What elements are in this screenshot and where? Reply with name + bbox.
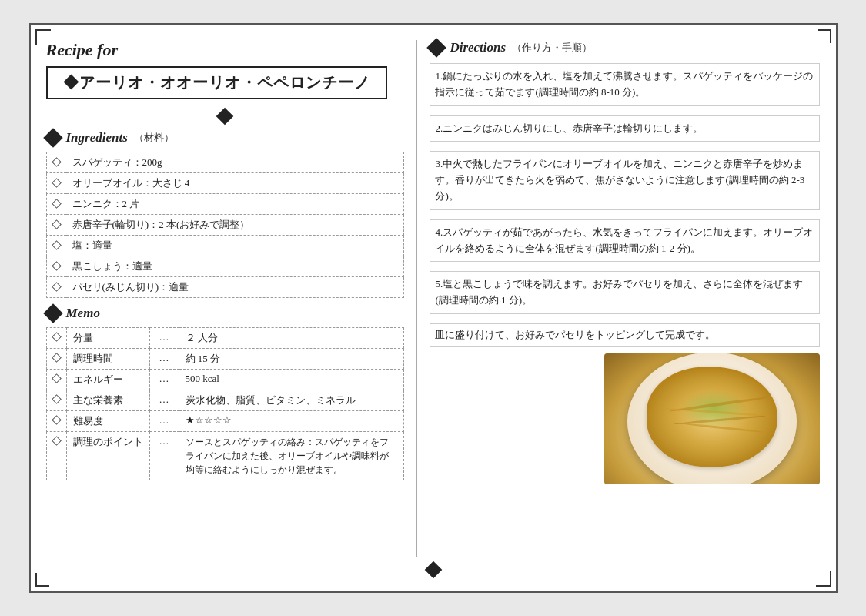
- directions-title: Directions: [450, 40, 506, 55]
- ingredient-text: オリーブオイル：大さじ 4: [66, 173, 404, 194]
- diamond-small-icon: [52, 157, 62, 167]
- food-image: [604, 353, 820, 484]
- diamond-small-icon: [52, 332, 62, 342]
- table-row: スパゲッティ：200g: [46, 152, 404, 173]
- diamond-small-icon: [52, 261, 62, 271]
- diamond-small-icon: [52, 199, 62, 209]
- row-icon: [46, 390, 66, 411]
- bottom-diamond-container: [46, 564, 821, 576]
- pasta-background: [604, 353, 820, 484]
- memo-value: ★☆☆☆☆: [179, 411, 404, 432]
- diamond-small-icon: [52, 394, 62, 404]
- memo-label: エネルギー: [66, 370, 149, 390]
- directions-header: Directions （作り方・手順）: [430, 40, 820, 55]
- diamond-small-icon: [52, 219, 62, 229]
- step-4-block: 4.スパゲッティが茹であがったら、水気をきってフライパンに加えます。オリーブオイ…: [430, 219, 820, 263]
- directions-diamond-icon: [427, 38, 446, 57]
- ingredients-diamond-icon: [43, 128, 62, 147]
- step-1-block: 1.鍋にたっぷりの水を入れ、塩を加えて沸騰させます。スパゲッティをパッケージの指…: [430, 63, 820, 106]
- memo-dots: …: [149, 328, 179, 349]
- step-1-text: 1.鍋にたっぷりの水を入れ、塩を加えて沸騰させます。スパゲッティをパッケージの指…: [435, 70, 813, 98]
- row-icon: [46, 152, 66, 173]
- row-icon: [46, 411, 66, 432]
- diamond-small-icon: [52, 240, 62, 250]
- ingredient-text: スパゲッティ：200g: [66, 152, 404, 173]
- step-3-block: 3.中火で熱したフライパンにオリーブオイルを加え、ニンニクと赤唐辛子を炒めます。…: [430, 151, 820, 209]
- memo-value: ソースとスパゲッティの絡み：スパゲッティをフライパンに加えた後、オリーブオイルや…: [179, 432, 404, 480]
- ingredient-text: 赤唐辛子(輪切り)：2 本(お好みで調整）: [66, 215, 404, 236]
- row-icon: [46, 349, 66, 370]
- memo-value: ２ 人分: [179, 328, 404, 349]
- memo-label: 難易度: [66, 411, 149, 432]
- table-row: 赤唐辛子(輪切り)：2 本(お好みで調整）: [46, 215, 404, 236]
- memo-dots: …: [149, 432, 179, 480]
- right-column: Directions （作り方・手順） 1.鍋にたっぷりの水を入れ、塩を加えて沸…: [417, 40, 820, 557]
- diamond-small-icon: [52, 415, 62, 425]
- center-diamond-decoration: [46, 110, 405, 122]
- memo-dots: …: [149, 349, 179, 370]
- row-icon: [46, 370, 66, 390]
- main-layout: Recipe for ◆アーリオ・オオーリオ・ペペロンチーノ Ingredien…: [46, 40, 821, 557]
- recipe-title-box: ◆アーリオ・オオーリオ・ペペロンチーノ: [46, 66, 387, 99]
- memo-row-tip: 調理のポイント … ソースとスパゲッティの絡み：スパゲッティをフライパンに加えた…: [46, 432, 404, 480]
- row-icon: [46, 432, 66, 480]
- memo-row-difficulty: 難易度 … ★☆☆☆☆: [46, 411, 404, 432]
- directions-subtitle: （作り方・手順）: [512, 41, 592, 55]
- food-image-container: [430, 353, 820, 484]
- step-4-text: 4.スパゲッティが茹であがったら、水気をきってフライパンに加えます。オリーブオイ…: [435, 226, 813, 254]
- table-row: ニンニク：2 片: [46, 194, 404, 215]
- recipe-header: Recipe for ◆アーリオ・オオーリオ・ペペロンチーノ: [46, 40, 405, 99]
- diamond-small-icon: [52, 353, 62, 363]
- row-icon: [46, 236, 66, 256]
- ingredient-text: 塩：適量: [66, 236, 404, 256]
- row-icon: [46, 194, 66, 215]
- memo-dots: …: [149, 390, 179, 411]
- step-2-block: 2.ニンニクはみじん切りにし、赤唐辛子は輪切りにします。: [430, 116, 820, 142]
- ingredients-title: Ingredients: [66, 130, 128, 146]
- ingredient-text: ニンニク：2 片: [66, 194, 404, 215]
- memo-label: 調理のポイント: [66, 432, 149, 480]
- memo-dots: …: [149, 411, 179, 432]
- row-icon: [46, 256, 66, 277]
- row-icon: [46, 277, 66, 298]
- memo-row-nutrition: 主な栄養素 … 炭水化物、脂質、ビタミン、ミネラル: [46, 390, 404, 411]
- ingredient-text: 黒こしょう：適量: [66, 256, 404, 277]
- step-2-text: 2.ニンニクはみじん切りにし、赤唐辛子は輪切りにします。: [435, 122, 703, 134]
- memo-table: 分量 … ２ 人分 調理時間 … 約 15 分 エネルギー … 50: [46, 327, 405, 480]
- memo-value: 炭水化物、脂質、ビタミン、ミネラル: [179, 390, 404, 411]
- ingredient-text: パセリ(みじん切り)：適量: [66, 277, 404, 298]
- diamond-small-icon: [52, 436, 62, 446]
- ingredients-table: スパゲッティ：200g オリーブオイル：大さじ 4 ニンニク：2 片 赤唐辛子(…: [46, 152, 405, 298]
- table-row: オリーブオイル：大さじ 4: [46, 173, 404, 194]
- step-5-block: 5.塩と黒こしょうで味を調えます。お好みでパセリを加え、さらに全体を混ぜます(調…: [430, 271, 820, 314]
- memo-value: 約 15 分: [179, 349, 404, 370]
- row-icon: [46, 328, 66, 349]
- diamond-small-icon: [52, 282, 62, 292]
- row-icon: [46, 215, 66, 236]
- table-row: 塩：適量: [46, 236, 404, 256]
- row-icon: [46, 173, 66, 194]
- memo-row-time: 調理時間 … 約 15 分: [46, 349, 404, 370]
- recipe-for-label: Recipe for: [46, 40, 118, 60]
- diamond-small-icon: [52, 373, 62, 383]
- final-note-text: 皿に盛り付けて、お好みでパセリをトッピングして完成です。: [435, 329, 715, 340]
- final-note-block: 皿に盛り付けて、お好みでパセリをトッピングして完成です。: [430, 323, 820, 347]
- memo-title: Memo: [66, 306, 100, 321]
- bottom-diamond-icon: [424, 561, 442, 579]
- corner-decoration-bl: [35, 573, 49, 587]
- recipe-page: Recipe for ◆アーリオ・オオーリオ・ペペロンチーノ Ingredien…: [29, 23, 838, 593]
- memo-dots: …: [149, 370, 179, 390]
- ingredients-section-header: Ingredients （材料）: [46, 130, 405, 146]
- step-3-text: 3.中火で熱したフライパンにオリーブオイルを加え、ニンニクと赤唐辛子を炒めます。…: [435, 158, 804, 202]
- memo-row-energy: エネルギー … 500 kcal: [46, 370, 404, 390]
- left-column: Recipe for ◆アーリオ・オオーリオ・ペペロンチーノ Ingredien…: [46, 40, 418, 557]
- table-row: 黒こしょう：適量: [46, 256, 404, 277]
- diamond-icon: [216, 108, 234, 126]
- diamond-small-icon: [52, 178, 62, 188]
- memo-section-header: Memo: [46, 306, 405, 321]
- memo-label: 調理時間: [66, 349, 149, 370]
- memo-diamond-icon: [43, 303, 62, 323]
- table-row: パセリ(みじん切り)：適量: [46, 277, 404, 298]
- memo-value: 500 kcal: [179, 370, 404, 390]
- memo-label: 分量: [66, 328, 149, 349]
